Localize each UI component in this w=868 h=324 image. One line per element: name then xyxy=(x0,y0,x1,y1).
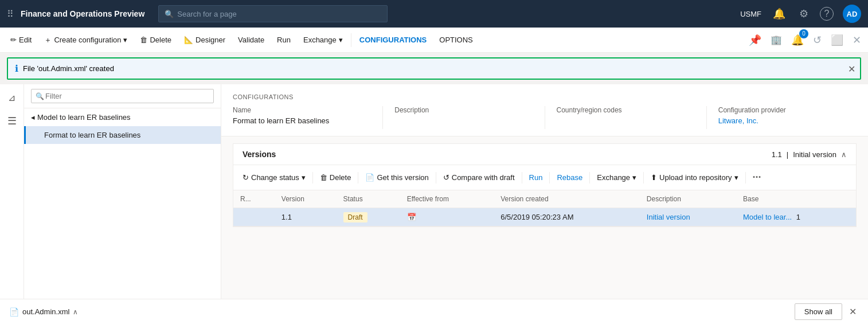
trash-icon: 🗑 xyxy=(140,36,147,44)
tree-filter-area: 🔍 xyxy=(24,84,221,108)
compare-with-draft-button[interactable]: ↺ Compare with draft xyxy=(439,170,519,185)
base-num: 1 xyxy=(796,213,800,221)
show-all-button[interactable]: Show all xyxy=(795,303,842,320)
vt-sep-3 xyxy=(436,172,436,184)
office-icon[interactable]: 🏢 xyxy=(768,32,784,48)
delete-button[interactable]: 🗑 Delete xyxy=(134,32,177,48)
change-status-chevron-icon: ▾ xyxy=(302,173,306,182)
versions-title: Versions xyxy=(243,150,772,159)
change-status-icon: ↻ xyxy=(243,173,249,182)
notifications-icon[interactable]: 🔔 xyxy=(771,5,788,22)
versions-delete-button[interactable]: 🗑 Delete xyxy=(315,170,356,185)
provider-label: Configuration provider xyxy=(718,106,857,114)
configurations-tab[interactable]: CONFIGURATIONS xyxy=(354,32,432,48)
version-label: Initial version xyxy=(793,150,836,159)
name-value: Format to learn ER baselines xyxy=(233,116,371,125)
help-icon[interactable]: ? xyxy=(820,7,834,21)
tree-panel: 🔍 ◂ Model to learn ER baselines Format t… xyxy=(24,84,221,323)
config-provider-field: Configuration provider Litware, Inc. xyxy=(718,106,857,129)
upload-chevron-icon: ▾ xyxy=(734,173,738,182)
status-close-button[interactable]: ✕ xyxy=(847,304,859,319)
search-placeholder: Search for a page xyxy=(177,10,236,18)
collapse-versions-icon[interactable]: ∧ xyxy=(841,150,847,159)
tenant-label: USMF xyxy=(740,10,761,18)
cell-r xyxy=(233,208,275,227)
table-row[interactable]: 1.1 Draft 📅 6/5/2019 05:20:23 AM Initial… xyxy=(233,208,856,227)
validate-button[interactable]: Validate xyxy=(232,32,270,48)
tree-child-label: Format to learn ER baselines xyxy=(44,131,140,139)
compare-icon: ↺ xyxy=(443,173,449,182)
main-layout: ⊿ ☰ 🔍 ◂ Model to learn ER baselines Form… xyxy=(0,84,868,323)
tree-parent-label: Model to learn ER baselines xyxy=(37,113,131,122)
create-configuration-button[interactable]: ＋ Create configuration ▾ xyxy=(38,32,133,49)
more-options-button[interactable]: ··· xyxy=(748,169,766,186)
filter-input[interactable] xyxy=(31,89,214,103)
field-divider-3 xyxy=(706,106,707,129)
pinned-icon[interactable]: 📌 xyxy=(746,32,764,49)
dropdown-chevron-icon: ▾ xyxy=(123,36,127,44)
version-number: 1.1 xyxy=(772,150,782,159)
description-link[interactable]: Initial version xyxy=(647,213,690,221)
status-chevron-icon[interactable]: ∧ xyxy=(73,308,78,316)
options-tab[interactable]: OPTIONS xyxy=(433,32,479,48)
name-label: Name xyxy=(233,106,371,114)
maximize-icon[interactable]: ⬜ xyxy=(828,32,846,49)
close-window-icon[interactable]: ✕ xyxy=(850,32,863,49)
vt-sep-6 xyxy=(589,172,590,184)
cell-base: Model to lear... 1 xyxy=(736,208,856,227)
tree-child-item[interactable]: Format to learn ER baselines xyxy=(24,126,221,144)
search-icon: 🔍 xyxy=(165,10,174,18)
versions-header: Versions 1.1 | Initial version ∧ xyxy=(233,144,856,165)
search-bar[interactable]: 🔍 Search for a page xyxy=(158,5,388,22)
tree-parent-item[interactable]: ◂ Model to learn ER baselines xyxy=(24,108,221,126)
edit-icon: ✏ xyxy=(10,36,17,44)
col-version: Version xyxy=(275,190,337,208)
tree-items: ◂ Model to learn ER baselines Format to … xyxy=(24,108,221,323)
cmd-right-controls: 📌 🏢 🔔 0 ↺ ⬜ ✕ xyxy=(746,32,863,49)
exchange-button[interactable]: Exchange ▾ xyxy=(298,32,349,48)
exchange-vt-chevron-icon: ▾ xyxy=(632,173,636,182)
edit-button[interactable]: ✏ Edit xyxy=(5,32,37,48)
command-bar: ✏ Edit ＋ Create configuration ▾ 🗑 Delete… xyxy=(0,28,868,53)
versions-exchange-button[interactable]: Exchange ▾ xyxy=(592,170,641,185)
base-link[interactable]: Model to lear... xyxy=(743,213,792,221)
upload-icon: ⬆ xyxy=(651,173,657,182)
cell-status: Draft xyxy=(337,208,400,227)
cell-version-created: 6/5/2019 05:20:23 AM xyxy=(494,208,640,227)
filter-wrapper: 🔍 xyxy=(31,89,214,103)
vt-sep-2 xyxy=(358,172,358,184)
upload-into-repository-button[interactable]: ⬆ Upload into repository ▾ xyxy=(646,170,742,185)
cell-description: Initial version xyxy=(640,208,736,227)
designer-button[interactable]: 📐 Designer xyxy=(178,32,231,48)
vt-sep-4 xyxy=(522,172,522,184)
get-this-version-button[interactable]: 📄 Get this version xyxy=(361,170,433,185)
field-divider-2 xyxy=(545,106,545,129)
calendar-icon[interactable]: 📅 xyxy=(407,213,416,221)
config-country-field: Country/region codes xyxy=(557,106,695,129)
status-bar: 📄 out.Admin.xml ∧ Show all ✕ xyxy=(0,299,868,324)
versions-table-header: R... Version Status Effective from Versi… xyxy=(233,190,856,208)
versions-run-button[interactable]: Run xyxy=(525,170,548,185)
notification-bar: ℹ File 'out.Admin.xml' created ✕ xyxy=(7,57,861,80)
grid-icon[interactable]: ⠿ xyxy=(7,9,14,19)
provider-value[interactable]: Litware, Inc. xyxy=(718,116,857,125)
field-divider-1 xyxy=(382,106,383,129)
vt-sep-7 xyxy=(643,172,644,184)
refresh-icon[interactable]: ↺ xyxy=(811,32,824,49)
change-status-button[interactable]: ↻ Change status ▾ xyxy=(238,170,310,185)
file-icon: 📄 xyxy=(9,307,19,317)
notification-close-button[interactable]: ✕ xyxy=(848,63,855,74)
status-badge: Draft xyxy=(343,212,367,222)
top-navigation: ⠿ Finance and Operations Preview 🔍 Searc… xyxy=(0,0,868,28)
filter-strip-icon[interactable]: ⊿ xyxy=(5,89,19,107)
version-meta-separator: | xyxy=(787,150,788,159)
versions-table: R... Version Status Effective from Versi… xyxy=(233,190,856,227)
run-button[interactable]: Run xyxy=(271,32,296,48)
avatar[interactable]: AD xyxy=(843,5,861,23)
col-r: R... xyxy=(233,190,275,208)
settings-icon[interactable]: ⚙ xyxy=(797,5,811,22)
menu-strip-icon[interactable]: ☰ xyxy=(4,111,20,131)
versions-toolbar: ↻ Change status ▾ 🗑 Delete 📄 Get this ve… xyxy=(233,165,856,190)
rebase-button[interactable]: Rebase xyxy=(552,170,587,185)
description-label: Description xyxy=(394,106,533,114)
